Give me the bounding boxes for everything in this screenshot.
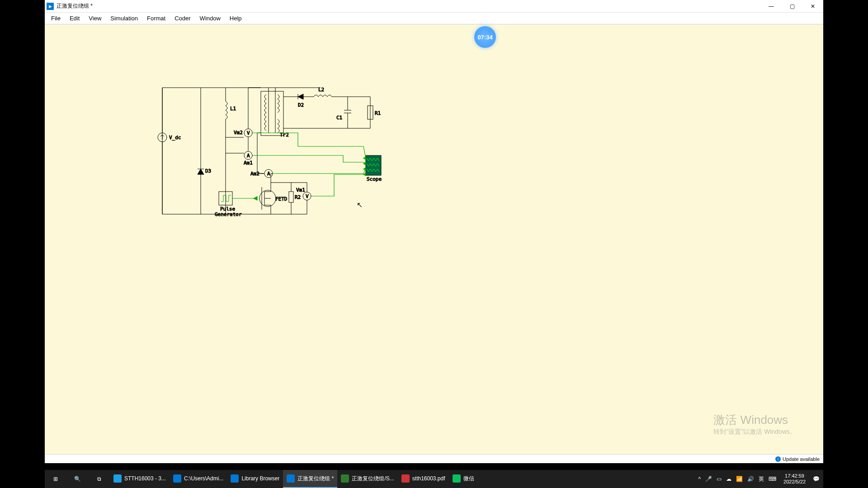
timer-overlay: 07:34 [474, 26, 496, 48]
svg-text:A: A [247, 153, 250, 159]
taskbar-task-label: 正激复位绕组/S... [352, 475, 394, 483]
tray-onedrive-icon[interactable]: ☁ [726, 476, 731, 482]
menu-simulation[interactable]: Simulation [106, 14, 142, 23]
tray-ime[interactable]: 英 [759, 475, 764, 483]
minimize-button[interactable]: — [761, 0, 782, 13]
label-vm2: Vm2 [234, 130, 243, 136]
label-l2: L2 [318, 87, 324, 93]
status-bar: i Update available [45, 454, 823, 463]
menu-window[interactable]: Window [195, 14, 225, 23]
tray-keyboard-icon[interactable]: ⌨ [769, 476, 776, 482]
watermark-line2: 转到"设置"以激活 Windows。 [713, 428, 796, 436]
tray-chevron-icon[interactable]: ^ [698, 476, 701, 482]
tray-wifi-icon[interactable]: 📶 [736, 476, 743, 482]
svg-rect-11 [289, 192, 293, 202]
tray-mic-icon[interactable]: 🎤 [705, 476, 712, 482]
system-tray[interactable]: ^ 🎤 ▭ ☁ 📶 🔊 英 ⌨ 17:42:59 2022/5/22 💬 [694, 473, 823, 485]
menu-coder[interactable]: Coder [170, 14, 195, 23]
label-l1: L1 [230, 106, 236, 112]
taskbar-task-label: STTH16003 - 3... [124, 475, 166, 482]
label-scope: Scope [367, 176, 382, 182]
taskbar-task-5[interactable]: stth16003.pdf [398, 470, 449, 488]
title-bar: 正激复位绕组 * — ▢ ✕ [45, 0, 823, 13]
tray-battery-icon[interactable]: ▭ [717, 476, 722, 482]
menu-file[interactable]: File [47, 14, 65, 23]
taskbar-task-icon [231, 474, 239, 483]
label-am1: Am1 [244, 160, 253, 166]
label-r1: R1 [375, 110, 381, 116]
taskbar-task-label: C:\Users\Admi... [184, 475, 223, 482]
tray-time: 17:42:59 [783, 473, 806, 479]
info-icon: i [775, 456, 781, 462]
window-title: 正激复位绕组 * [57, 2, 761, 10]
taskbar-task-label: 正激复位绕组 * [297, 475, 334, 483]
taskbar-task-icon [453, 474, 461, 483]
watermark: 激活 Windows 转到"设置"以激活 Windows。 [713, 412, 796, 436]
label-vm1: Vm1 [296, 187, 305, 193]
close-button[interactable]: ✕ [802, 0, 823, 13]
maximize-button[interactable]: ▢ [782, 0, 802, 13]
svg-text:V: V [306, 193, 309, 199]
taskbar-task-label: stth16003.pdf [412, 475, 445, 482]
tray-date: 2022/5/22 [783, 479, 806, 485]
taskbar-task-icon [173, 474, 181, 483]
taskbar-task-3[interactable]: 正激复位绕组 * [283, 470, 337, 488]
taskbar-task-icon [287, 474, 295, 483]
tray-volume-icon[interactable]: 🔊 [747, 476, 754, 482]
svg-text:V: V [247, 130, 250, 136]
label-fet: FETD [275, 196, 288, 202]
menu-edit[interactable]: Edit [65, 14, 84, 23]
taskbar: ⊞ 🔍 ⧉ STTH16003 - 3...C:\Users\Admi...Li… [45, 470, 823, 488]
task-view-button[interactable]: ⧉ [88, 470, 110, 488]
label-r2: R2 [295, 194, 301, 200]
taskbar-task-2[interactable]: Library Browser [227, 470, 283, 488]
taskbar-task-0[interactable]: STTH16003 - 3... [110, 470, 170, 488]
taskbar-task-label: 微信 [463, 475, 474, 483]
app-icon [47, 3, 54, 10]
menu-view[interactable]: View [84, 14, 106, 23]
label-d2: D2 [298, 102, 304, 108]
watermark-line1: 激活 Windows [713, 412, 796, 428]
label-d3: D3 [205, 168, 211, 174]
svg-rect-7 [261, 91, 283, 136]
schematic-diagram: V_dc D3 L1 V Vm2 A Am1 [45, 24, 452, 250]
search-button[interactable]: 🔍 [66, 470, 88, 488]
status-text[interactable]: Update available [783, 456, 820, 462]
label-c1: C1 [336, 115, 342, 121]
canvas[interactable]: 07:34 V_dc D3 L1 [45, 24, 823, 454]
taskbar-task-icon [341, 474, 349, 483]
menu-help[interactable]: Help [225, 14, 246, 23]
taskbar-task-4[interactable]: 正激复位绕组/S... [337, 470, 397, 488]
taskbar-task-6[interactable]: 微信 [449, 470, 478, 488]
menu-bar: File Edit View Simulation Format Coder W… [45, 13, 823, 24]
taskbar-task-icon [401, 474, 410, 483]
menu-format[interactable]: Format [142, 14, 170, 23]
label-vdc: V_dc [169, 135, 181, 141]
taskbar-task-label: Library Browser [241, 475, 279, 482]
taskbar-task-icon [113, 474, 122, 483]
tray-clock[interactable]: 17:42:59 2022/5/22 [781, 473, 808, 485]
start-button[interactable]: ⊞ [45, 470, 66, 488]
tray-notifications-icon[interactable]: 💬 [813, 476, 820, 482]
taskbar-task-1[interactable]: C:\Users\Admi... [170, 470, 227, 488]
svg-text:A: A [267, 171, 270, 177]
